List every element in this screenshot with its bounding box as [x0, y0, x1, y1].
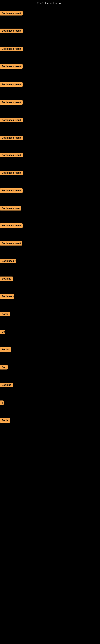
badge-row-23: B	[0, 400, 3, 406]
badge-row-2: Bottleneck result	[0, 28, 23, 34]
badge-row-19: Bo	[0, 330, 5, 335]
bottleneck-badge-4[interactable]: Bottleneck result	[0, 64, 23, 69]
bottleneck-badge-7[interactable]: Bottleneck result	[0, 118, 23, 122]
bottleneck-badge-15[interactable]: Bottleneck r	[0, 259, 16, 263]
badge-row-14: Bottleneck result	[0, 241, 22, 246]
badge-row-8: Bottleneck result	[0, 136, 23, 141]
bottleneck-badge-5[interactable]: Bottleneck result	[0, 82, 23, 87]
badge-row-22: Bottlene	[0, 383, 13, 388]
badge-row-1: Bottleneck result	[0, 11, 23, 16]
badge-row-15: Bottleneck r	[0, 259, 16, 264]
bottleneck-badge-18[interactable]: Bottle	[0, 312, 10, 316]
badge-row-16: Bottlene	[0, 276, 13, 282]
bottleneck-badge-19[interactable]: Bo	[0, 330, 5, 334]
badge-row-18: Bottle	[0, 312, 10, 317]
bottleneck-badge-14[interactable]: Bottleneck result	[0, 241, 22, 246]
badge-row-5: Bottleneck result	[0, 82, 23, 88]
bottleneck-badge-9[interactable]: Bottleneck result	[0, 153, 23, 158]
bottleneck-badge-16[interactable]: Bottlene	[0, 276, 13, 281]
bottleneck-badge-6[interactable]: Bottleneck result	[0, 100, 23, 105]
badge-row-6: Bottleneck result	[0, 100, 23, 106]
bottleneck-badge-2[interactable]: Bottleneck result	[0, 28, 23, 33]
badge-row-24: Bottle	[0, 418, 10, 424]
badge-row-7: Bottleneck result	[0, 118, 23, 123]
bottleneck-badge-3[interactable]: Bottleneck result	[0, 47, 23, 51]
badge-row-9: Bottleneck result	[0, 153, 23, 158]
bottleneck-badge-23[interactable]: B	[0, 400, 3, 405]
badge-row-10: Bottleneck result	[0, 171, 23, 176]
bottleneck-badge-17[interactable]: Bottleneck	[0, 294, 14, 299]
bottleneck-badge-10[interactable]: Bottleneck result	[0, 171, 23, 175]
bottleneck-badge-1[interactable]: Bottleneck result	[0, 11, 23, 16]
bottleneck-badge-24[interactable]: Bottle	[0, 418, 10, 422]
bottleneck-badge-20[interactable]: Bottler	[0, 347, 11, 352]
badge-row-12: Bottleneck resul	[0, 206, 21, 211]
badge-row-3: Bottleneck result	[0, 47, 23, 52]
bottleneck-badge-8[interactable]: Bottleneck result	[0, 136, 23, 140]
bottleneck-badge-21[interactable]: Bott	[0, 365, 8, 370]
badge-row-4: Bottleneck result	[0, 64, 23, 70]
site-title: TheBottlenecker.com	[0, 0, 100, 6]
badge-row-11: Bottleneck result	[0, 188, 23, 194]
badge-row-21: Bott	[0, 365, 8, 370]
bottleneck-badge-11[interactable]: Bottleneck result	[0, 188, 23, 193]
badge-row-20: Bottler	[0, 347, 11, 352]
bottleneck-badge-22[interactable]: Bottlene	[0, 383, 13, 387]
badge-row-13: Bottleneck result	[0, 224, 23, 228]
bottleneck-badge-12[interactable]: Bottleneck resul	[0, 206, 21, 210]
badge-row-17: Bottleneck	[0, 294, 14, 300]
bottleneck-badge-13[interactable]: Bottleneck result	[0, 224, 23, 228]
